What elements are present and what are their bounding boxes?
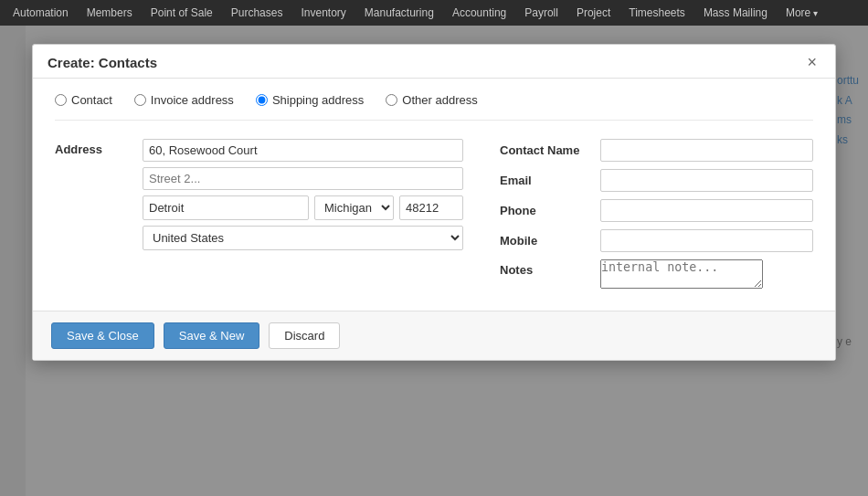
radio-invoice[interactable]: Invoice address xyxy=(134,93,234,107)
navbar-item-automation[interactable]: Automation xyxy=(4,0,78,26)
navbar-item-point-of-sale[interactable]: Point of Sale xyxy=(142,0,222,26)
radio-contact[interactable]: Contact xyxy=(55,93,112,107)
phone-input[interactable] xyxy=(600,199,813,222)
address-group: Address Michigan xyxy=(55,139,463,296)
email-label: Email xyxy=(500,174,591,187)
email-input[interactable] xyxy=(600,169,813,192)
radio-other[interactable]: Other address xyxy=(386,93,477,107)
phone-row: Phone xyxy=(500,199,813,222)
city-input[interactable] xyxy=(143,195,309,220)
mobile-row: Mobile xyxy=(500,229,813,252)
save-new-button[interactable]: Save & New xyxy=(164,322,260,349)
form-section: Address Michigan xyxy=(55,139,813,296)
modal-close-button[interactable]: × xyxy=(803,54,820,70)
street1-input[interactable] xyxy=(143,139,463,162)
navbar-item-project[interactable]: Project xyxy=(567,0,619,26)
navbar-item-mass-mailing[interactable]: Mass Mailing xyxy=(694,0,777,26)
radio-other-label: Other address xyxy=(402,93,477,107)
contact-group: Contact Name Email Phone Mobile xyxy=(500,139,813,296)
modal-footer: Save & Close Save & New Discard xyxy=(33,311,835,360)
modal-header: Create: Contacts × xyxy=(33,45,835,79)
street1-row xyxy=(143,139,463,162)
discard-button[interactable]: Discard xyxy=(269,322,340,349)
navbar-item-accounting[interactable]: Accounting xyxy=(443,0,515,26)
mobile-input[interactable] xyxy=(600,229,813,252)
contact-name-input[interactable] xyxy=(600,139,813,162)
top-navbar: Automation Members Point of Sale Purchas… xyxy=(0,0,868,26)
mobile-label: Mobile xyxy=(500,234,591,248)
notes-row: Notes xyxy=(500,259,813,289)
address-fields: Michigan United States xyxy=(143,139,463,296)
create-contacts-modal: Create: Contacts × Contact Invoice addre… xyxy=(32,44,836,361)
city-state-row: Michigan xyxy=(143,195,463,220)
address-type-row: Contact Invoice address Shipping address… xyxy=(55,93,813,121)
modal-body: Contact Invoice address Shipping address… xyxy=(33,79,835,311)
street2-row xyxy=(143,167,463,190)
country-select[interactable]: United States xyxy=(143,226,463,250)
navbar-item-inventory[interactable]: Inventory xyxy=(291,0,355,26)
street2-input[interactable] xyxy=(143,167,463,190)
contact-name-label: Contact Name xyxy=(500,143,591,157)
notes-label: Notes xyxy=(500,259,591,277)
navbar-item-manufacturing[interactable]: Manufacturing xyxy=(355,0,443,26)
save-close-button[interactable]: Save & Close xyxy=(51,322,154,349)
radio-contact-label: Contact xyxy=(71,93,112,107)
navbar-item-purchases[interactable]: Purchases xyxy=(222,0,292,26)
contact-name-row: Contact Name xyxy=(500,139,813,162)
radio-invoice-label: Invoice address xyxy=(151,93,234,107)
state-select[interactable]: Michigan xyxy=(314,195,394,220)
email-row: Email xyxy=(500,169,813,192)
address-label: Address xyxy=(55,139,128,296)
country-row: United States xyxy=(143,226,463,250)
modal-overlay: Create: Contacts × Contact Invoice addre… xyxy=(0,26,868,496)
modal-title: Create: Contacts xyxy=(48,55,157,70)
navbar-item-more[interactable]: More xyxy=(777,0,827,26)
navbar-item-timesheets[interactable]: Timesheets xyxy=(619,0,694,26)
radio-shipping[interactable]: Shipping address xyxy=(256,93,364,107)
zip-input[interactable] xyxy=(399,195,463,220)
navbar-item-members[interactable]: Members xyxy=(78,0,142,26)
navbar-item-payroll[interactable]: Payroll xyxy=(515,0,567,26)
phone-label: Phone xyxy=(500,204,591,217)
radio-shipping-label: Shipping address xyxy=(272,93,364,107)
notes-textarea[interactable] xyxy=(600,259,763,289)
